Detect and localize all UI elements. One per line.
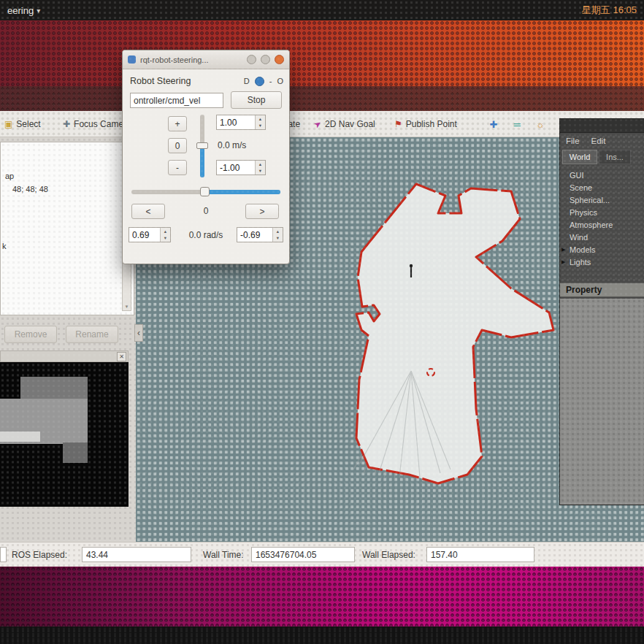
wall-elapsed-field[interactable]: 157.40 [426, 547, 534, 562]
tree-item-spherical[interactable]: Spherical... [560, 193, 644, 206]
angular-left-button[interactable]: < [131, 204, 165, 219]
angular-slider-fill [207, 190, 280, 194]
spinner-arrows[interactable]: ▴ ▾ [255, 161, 265, 175]
focus-camera-icon: ✚ [63, 119, 70, 129]
steering-window-titlebar[interactable]: rqt-robot-steering... [123, 50, 289, 69]
tool-brightness-button[interactable]: ☼ [532, 115, 549, 133]
globe-icon[interactable] [255, 77, 264, 86]
panel-collapse-button[interactable]: ‹ [134, 324, 143, 342]
angular-right-button[interactable]: > [245, 204, 279, 219]
linear-min-spinbox[interactable]: -1.00 ▴ ▾ [216, 160, 266, 175]
topbar-app-title[interactable]: eering [7, 5, 34, 16]
system-clock[interactable]: 星期五 16:05 [582, 4, 637, 17]
spin-up-icon[interactable]: ▴ [256, 161, 265, 168]
close-button[interactable] [275, 55, 284, 64]
display-item-map[interactable]: ap [5, 172, 14, 180]
spinner-arrows[interactable]: ▴ ▾ [160, 228, 170, 242]
linear-decrease-button[interactable]: - [168, 160, 187, 175]
linear-min-value[interactable]: -1.00 [217, 161, 255, 175]
image-panel-header: ✕ [0, 350, 129, 362]
move-icon: ✚ [490, 119, 498, 130]
tree-item-label: Scene [570, 183, 592, 192]
tree-item-wind[interactable]: Wind [560, 231, 644, 243]
angular-min-spinbox[interactable]: -0.69 ▴ ▾ [237, 227, 283, 242]
tree-item-label: Models [570, 245, 595, 254]
steering-window-title: rqt-robot-steering... [140, 55, 242, 64]
tool-2d-nav-goal-label: 2D Nav Goal [325, 119, 375, 129]
tool-select[interactable]: ▣ Select [4, 111, 41, 137]
tree-item-gui[interactable]: GUI [560, 169, 644, 181]
tool-select-label: Select [16, 119, 40, 129]
topic-input[interactable]: ontroller/cmd_vel [130, 93, 223, 108]
minus-label: - [176, 163, 179, 173]
tree-item-physics[interactable]: Physics [560, 206, 644, 218]
spin-down-icon[interactable]: ▾ [256, 168, 265, 175]
maximize-button[interactable] [261, 55, 270, 64]
minimize-button[interactable] [247, 55, 256, 64]
collapse-icon: ‹ [137, 328, 140, 338]
map-image-shape [20, 377, 88, 400]
spin-down-icon[interactable]: ▾ [256, 123, 265, 130]
linear-slider-handle[interactable] [196, 142, 208, 149]
right-arrow-label: > [259, 207, 264, 217]
dock-close-button[interactable]: O [277, 77, 283, 85]
rename-button[interactable]: Rename [66, 326, 118, 343]
tree-item-label: Lights [570, 258, 591, 267]
display-item-color-value[interactable]: 48; 48; 48 [12, 185, 48, 193]
angular-slider-handle[interactable] [200, 187, 210, 196]
property-body [560, 299, 644, 505]
scroll-down-icon[interactable]: ▼ [123, 303, 131, 310]
spinner-arrows[interactable]: ▴ ▾ [255, 115, 265, 129]
dock-minimize-button[interactable]: - [269, 77, 272, 85]
spin-down-icon[interactable]: ▾ [161, 235, 170, 242]
tree-arrow-icon[interactable]: ▶ [561, 259, 565, 265]
tree-item-label: Atmosphere [570, 221, 613, 229]
linear-max-value[interactable]: 1.00 [217, 115, 255, 129]
bottom-bezel [0, 626, 644, 644]
left-arrow-label: < [145, 207, 150, 217]
close-icon: ✕ [119, 353, 124, 360]
gazebo-titlebar [560, 119, 644, 133]
spin-up-icon[interactable]: ▴ [161, 228, 170, 235]
menu-edit[interactable]: Edit [591, 137, 606, 145]
tool-publish-point[interactable]: ⚑ Publish Point [394, 111, 457, 137]
spin-up-icon[interactable]: ▴ [273, 228, 283, 235]
tool-2d-nav-goal[interactable]: ➤ 2D Nav Goal [314, 111, 375, 137]
angular-min-value[interactable]: -0.69 [237, 228, 272, 242]
ros-elapsed-label: ROS Elapsed: [12, 550, 67, 560]
display-item-k[interactable]: k [2, 242, 7, 250]
tree-item-atmosphere[interactable]: Atmosphere [560, 218, 644, 231]
plus-label: + [175, 119, 180, 129]
spin-down-icon[interactable]: ▾ [273, 235, 283, 242]
linear-max-spinbox[interactable]: 1.00 ▴ ▾ [216, 115, 266, 130]
tree-arrow-icon[interactable]: ▶ [561, 247, 565, 253]
gazebo-world-tree: GUI Scene Spherical... Physics Atmospher… [560, 169, 644, 268]
linear-increase-button[interactable]: + [168, 116, 187, 131]
tab-world[interactable]: World [562, 150, 597, 164]
wall-elapsed-label: Wall Elapsed: [362, 550, 415, 560]
tool-focus-camera[interactable]: ✚ Focus Camera [63, 111, 131, 137]
image-panel-close-button[interactable]: ✕ [117, 352, 126, 361]
tree-item-scene[interactable]: Scene [560, 181, 644, 193]
spin-up-icon[interactable]: ▴ [256, 115, 265, 123]
tool-zoom-button[interactable]: ═ [508, 115, 526, 133]
angular-max-spinbox[interactable]: 0.69 ▴ ▾ [129, 227, 171, 242]
angular-max-value[interactable]: 0.69 [129, 228, 160, 242]
spinner-arrows[interactable]: ▴ ▾ [272, 228, 283, 242]
linear-slider-fill [200, 146, 204, 177]
stop-button[interactable]: Stop [231, 91, 282, 109]
publish-point-icon: ⚑ [394, 119, 402, 129]
dock-d-button[interactable]: D [244, 77, 250, 85]
menu-file[interactable]: File [566, 137, 580, 145]
wall-time-field[interactable]: 1653476704.05 [251, 547, 355, 562]
remove-button[interactable]: Remove [4, 326, 57, 343]
tree-item-models[interactable]: ▶ Models [560, 243, 644, 256]
ros-elapsed-field[interactable]: 43.44 [82, 547, 191, 562]
tree-item-lights[interactable]: ▶ Lights [560, 256, 644, 268]
status-field-stub[interactable] [0, 547, 7, 562]
nav-goal-icon: ➤ [312, 118, 323, 130]
wallpaper-bottom [0, 567, 644, 626]
tab-insert[interactable]: Ins... [599, 150, 631, 164]
linear-zero-button[interactable]: 0 [168, 138, 187, 153]
tool-move-button[interactable]: ✚ [485, 115, 502, 133]
